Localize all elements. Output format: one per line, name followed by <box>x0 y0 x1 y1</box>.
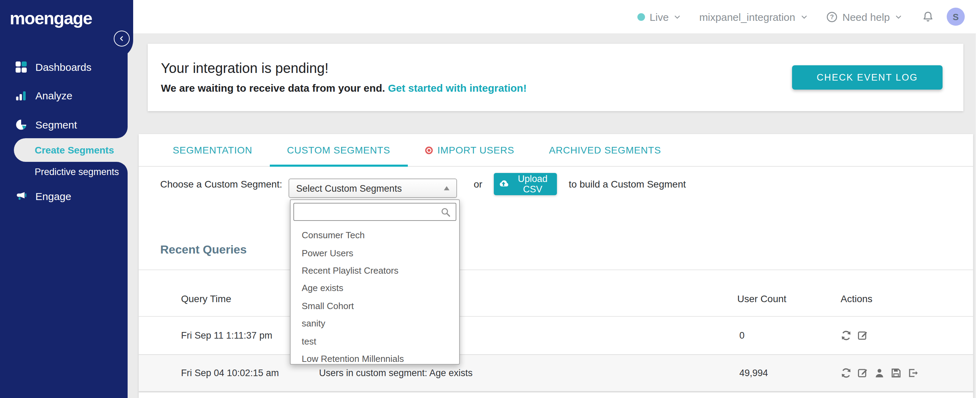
chevron-left-icon <box>118 35 126 42</box>
column-header-actions: Actions <box>841 293 872 304</box>
help-dropdown[interactable]: ? Need help <box>826 11 902 22</box>
dropdown-option[interactable]: sanity <box>291 315 459 332</box>
dropdown-search <box>293 203 457 221</box>
save-icon[interactable] <box>891 368 902 379</box>
dropdown-option[interactable]: Low Retention Millennials <box>291 350 459 368</box>
user-count-cell: 0 <box>739 330 745 340</box>
edit-icon[interactable] <box>857 329 868 341</box>
row-actions <box>841 368 918 379</box>
sidebar-item-dashboards[interactable]: Dashboards <box>0 58 127 76</box>
recent-queries-title: Recent Queries <box>160 243 247 257</box>
search-icon <box>441 207 451 217</box>
row-actions <box>841 329 868 341</box>
tab-bar: SEGMENTATION CUSTOM SEGMENTS IMPORT USER… <box>139 134 973 167</box>
query-time-cell: Fri Sep 04 10:02:15 am <box>181 368 279 378</box>
chevron-down-icon <box>800 13 808 21</box>
sidebar-item-label: Engage <box>35 190 71 202</box>
sidebar-item-label: Create Segments <box>35 144 114 156</box>
segment-icon <box>15 118 27 130</box>
help-label: Need help <box>842 11 890 22</box>
custom-segment-dropdown: Consumer Tech Power Users Recent Playlis… <box>290 199 460 364</box>
sidebar-item-label: Analyze <box>35 89 73 101</box>
sidebar-collapse-button[interactable] <box>114 30 130 46</box>
sidebar-item-label: Segment <box>35 118 77 130</box>
upload-csv-button[interactable]: Upload CSV <box>494 173 557 195</box>
integration-banner: Your integration is pending! We are wait… <box>148 44 963 111</box>
table-row: Fri Sep 04 10:02:15 am Users in custom s… <box>139 355 973 391</box>
column-header-user-count: User Count <box>737 293 786 304</box>
select-value: Select Custom Segments <box>296 183 444 193</box>
refresh-icon[interactable] <box>841 329 852 341</box>
pill-curve-top <box>116 127 127 138</box>
dropdown-option[interactable]: test <box>291 332 459 350</box>
sidebar-item-create-segments[interactable]: Create Segments <box>14 138 127 162</box>
dropdown-options: Consumer Tech Power Users Recent Playlis… <box>291 227 459 368</box>
check-event-log-button[interactable]: CHECK EVENT LOG <box>792 65 943 90</box>
live-status-dot <box>637 13 645 21</box>
query-cell: Users in custom segment: Age exists <box>319 368 473 378</box>
record-dot-icon <box>425 146 433 154</box>
banner-title: Your integration is pending! <box>161 61 328 77</box>
top-header: Live mixpanel_integration ? Need help <box>127 0 980 34</box>
scrollbar-track[interactable] <box>976 0 980 398</box>
environment-dropdown[interactable]: Live <box>637 11 681 22</box>
svg-text:?: ? <box>830 13 834 20</box>
tab-archived-segments[interactable]: ARCHIVED SEGMENTS <box>531 134 678 166</box>
dashboards-icon <box>15 61 27 73</box>
sidebar-item-engage[interactable]: Engage <box>0 187 127 205</box>
custom-segment-select[interactable]: Select Custom Segments <box>288 179 457 198</box>
dropdown-option[interactable]: Power Users <box>291 244 459 262</box>
banner-subtitle-text: We are waiting to receive data from your… <box>161 82 385 94</box>
divider <box>139 270 973 270</box>
triangle-up-icon <box>444 186 449 190</box>
notifications-bell-icon[interactable] <box>922 10 934 23</box>
user-avatar[interactable]: S <box>947 8 965 26</box>
chooser-label: Choose a Custom Segment: <box>160 179 282 190</box>
export-icon[interactable] <box>907 368 918 379</box>
moengage-logo: moengage <box>10 8 92 29</box>
project-dropdown[interactable]: mixpanel_integration <box>699 11 808 22</box>
chooser-suffix: to build a Custom Segment <box>569 179 686 190</box>
tab-custom-segments[interactable]: CUSTOM SEGMENTS <box>269 134 407 166</box>
sidebar-item-predictive-segments[interactable]: Predictive segments <box>35 167 119 177</box>
engage-icon <box>15 190 27 202</box>
project-name: mixpanel_integration <box>699 11 795 22</box>
sidebar-item-segment[interactable]: Segment <box>0 115 127 133</box>
chevron-down-icon <box>673 13 681 21</box>
dropdown-option[interactable]: Small Cohort <box>291 297 459 315</box>
cloud-upload-icon <box>498 179 509 190</box>
divider <box>139 391 973 392</box>
sidebar-item-analyze[interactable]: Analyze <box>0 86 127 104</box>
segments-card: SEGMENTATION CUSTOM SEGMENTS IMPORT USER… <box>139 134 973 398</box>
segment-search-input[interactable] <box>294 203 441 221</box>
tab-import-users[interactable]: IMPORT USERS <box>407 134 531 166</box>
sidebar-item-label: Dashboards <box>35 61 92 73</box>
user-count-cell: 49,994 <box>739 368 768 378</box>
chevron-down-icon <box>895 13 902 21</box>
help-icon: ? <box>826 11 837 22</box>
edit-icon[interactable] <box>857 368 868 379</box>
column-header-query-time: Query Time <box>181 293 231 304</box>
environment-label: Live <box>649 11 668 22</box>
banner-subtitle: We are waiting to receive data from your… <box>161 82 527 94</box>
dropdown-option[interactable]: Age exists <box>291 279 459 297</box>
dropdown-option[interactable]: Consumer Tech <box>291 227 459 244</box>
dropdown-option[interactable]: Recent Playlist Creators <box>291 262 459 280</box>
user-icon[interactable] <box>874 368 885 379</box>
refresh-icon[interactable] <box>841 368 852 379</box>
or-text: or <box>474 179 482 190</box>
get-started-link[interactable]: Get started with integration! <box>388 82 527 94</box>
table-row: Fri Sep 11 1:11:37 pm 0 <box>139 316 973 354</box>
query-time-cell: Fri Sep 11 1:11:37 pm <box>181 330 272 340</box>
analyze-icon <box>15 89 27 101</box>
sidebar: moengage Dashboards Analyze <box>0 0 127 398</box>
tab-segmentation[interactable]: SEGMENTATION <box>155 134 269 166</box>
